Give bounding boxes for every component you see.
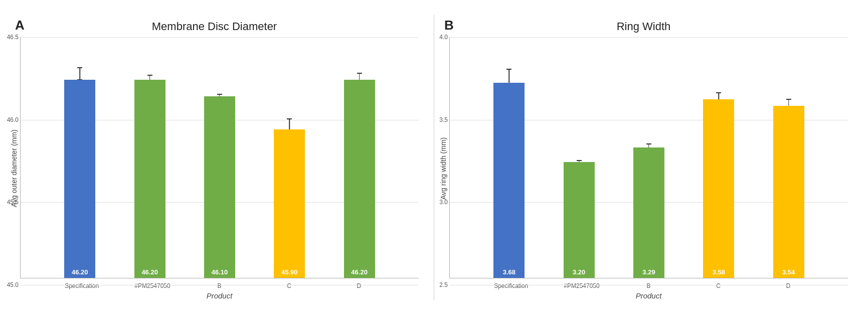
bar-rect: 45.90: [274, 129, 305, 278]
bar-wrapper: 45.90: [274, 129, 305, 278]
x-axis-label: #PM2547050: [564, 282, 594, 289]
bar-value-label: 3.68: [503, 268, 515, 276]
chart-b-label: B: [444, 18, 454, 33]
bars-row: 3.683.203.293.583.54: [450, 37, 848, 278]
bar-rect: 46.20: [64, 80, 95, 278]
bar-wrapper: 3.29: [633, 147, 664, 278]
x-axis-label: C: [274, 282, 304, 289]
x-axis-label: D: [773, 282, 803, 289]
chart-a-y-label: Avg outer diameter (mm): [10, 37, 18, 300]
bar-group: 3.20: [564, 162, 595, 278]
chart-b-x-title: Product: [449, 291, 848, 300]
chart-a-area: Avg outer diameter (mm) 45.045.546.046.5…: [10, 37, 419, 300]
bar-group: 46.20: [64, 80, 95, 278]
chart-b-x-labels: Specification#PM2547050BCD: [449, 279, 848, 289]
bar-wrapper: 46.20: [344, 80, 375, 278]
bar-rect: 3.58: [703, 99, 734, 278]
bar-rect: 3.29: [633, 147, 664, 278]
bar-wrapper: 3.68: [493, 83, 525, 278]
x-axis-label: #PM2547050: [134, 282, 164, 289]
y-tick-label: 46.0: [7, 116, 19, 123]
y-tick-label: 3.5: [439, 116, 448, 123]
bar-value-label: 3.20: [573, 268, 585, 276]
bar-wrapper: 46.20: [64, 80, 95, 278]
bar-rect: 46.20: [134, 80, 165, 278]
y-tick-label: 2.5: [439, 281, 448, 288]
chart-a-x-labels: Specification#PM2547050BCD: [20, 279, 419, 289]
bar-value-label: 3.58: [713, 268, 725, 276]
chart-b-title: Ring Width: [439, 20, 848, 33]
bar-value-label: 46.10: [212, 268, 228, 276]
bars-row: 46.2046.2046.1045.9046.20: [21, 37, 419, 278]
chart-a-panel: A Membrane Disc Diameter Avg outer diame…: [5, 10, 434, 305]
x-axis-label: Specification: [494, 282, 524, 289]
chart-a-inner: 45.045.546.046.546.2046.2046.1045.9046.2…: [20, 37, 419, 300]
bar-value-label: 46.20: [351, 268, 368, 276]
chart-a-label: A: [15, 18, 25, 33]
chart-a-x-title: Product: [20, 291, 419, 300]
y-tick-label: 3.0: [439, 199, 448, 206]
bar-wrapper: 3.54: [773, 106, 804, 278]
bar-value-label: 45.90: [281, 268, 298, 276]
bar-group: 3.68: [493, 83, 525, 278]
bar-group: 46.20: [344, 80, 375, 278]
y-tick-label: 4.0: [439, 34, 448, 41]
bar-group: 46.20: [134, 80, 165, 278]
bar-rect: 3.68: [493, 83, 525, 278]
chart-a-grid: 45.045.546.046.546.2046.2046.1045.9046.2…: [20, 37, 419, 278]
bar-group: 45.90: [274, 129, 305, 278]
chart-b-inner: 2.53.03.54.03.683.203.293.583.54 Specifi…: [449, 37, 848, 300]
bar-group: 3.29: [633, 147, 664, 278]
bar-group: 3.54: [773, 106, 804, 278]
chart-b-area: Avg ring width (mm) 2.53.03.54.03.683.20…: [439, 37, 848, 300]
bar-rect: 46.20: [344, 80, 375, 278]
x-axis-label: B: [204, 282, 234, 289]
x-axis-label: D: [344, 282, 374, 289]
chart-b-grid: 2.53.03.54.03.683.203.293.583.54: [449, 37, 848, 278]
chart-b-panel: B Ring Width Avg ring width (mm) 2.53.03…: [434, 10, 863, 305]
bar-value-label: 3.29: [642, 268, 655, 276]
charts-container: A Membrane Disc Diameter Avg outer diame…: [0, 0, 868, 310]
x-axis-label: Specification: [65, 282, 95, 289]
bar-wrapper: 3.58: [703, 99, 734, 278]
chart-a-title: Membrane Disc Diameter: [10, 20, 419, 33]
bar-wrapper: 3.20: [564, 162, 595, 278]
bar-value-label: 46.20: [72, 268, 88, 276]
chart-b-y-label: Avg ring width (mm): [439, 37, 447, 300]
y-tick-label: 46.5: [7, 34, 19, 41]
bar-value-label: 3.54: [782, 268, 795, 276]
x-axis-label: B: [633, 282, 663, 289]
bar-wrapper: 46.10: [204, 96, 235, 278]
y-tick-label: 45.0: [7, 281, 19, 288]
bar-rect: 46.10: [204, 96, 235, 278]
bar-rect: 3.20: [564, 162, 595, 278]
bar-value-label: 46.20: [141, 268, 158, 276]
bar-group: 3.58: [703, 99, 734, 278]
bar-group: 46.10: [204, 96, 235, 278]
bar-wrapper: 46.20: [134, 80, 165, 278]
y-tick-label: 45.5: [7, 199, 19, 206]
x-axis-label: C: [704, 282, 734, 289]
bar-rect: 3.54: [773, 106, 804, 278]
